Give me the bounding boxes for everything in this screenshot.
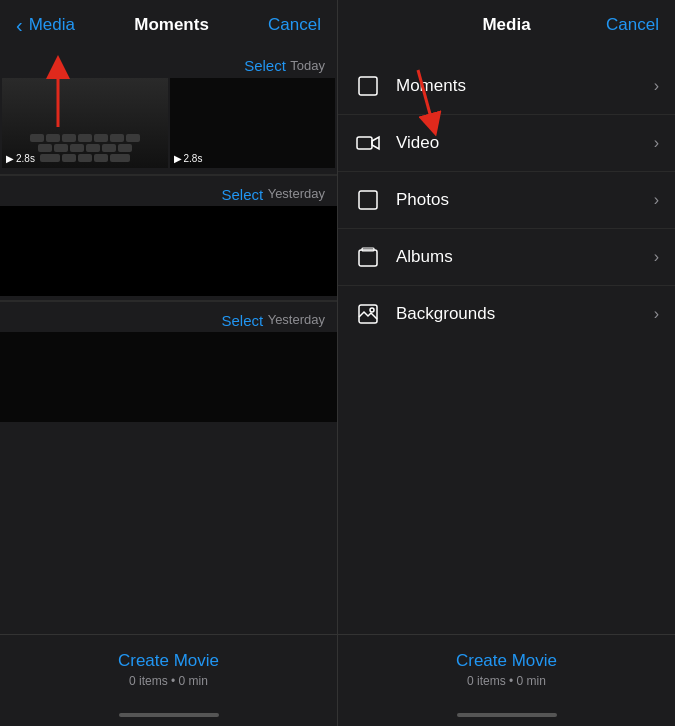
photos-icon [354, 186, 382, 214]
kb-key [78, 134, 92, 142]
backgrounds-icon [354, 300, 382, 328]
video-menu-icon [354, 129, 382, 157]
photos-chevron-icon: › [654, 191, 659, 209]
back-button[interactable]: ‹ Media [16, 15, 75, 35]
video-duration-2: ▶ 2.8s [174, 153, 203, 164]
svg-rect-8 [359, 250, 377, 266]
right-home-indicator [338, 704, 675, 726]
right-menu-list: Moments › Video › [338, 50, 675, 634]
right-home-bar [457, 713, 557, 717]
moment-today-date: Today [290, 58, 325, 73]
albums-icon [354, 243, 382, 271]
moment-yesterday-1: Select Yesterday [0, 180, 337, 296]
kb-key [110, 134, 124, 142]
svg-rect-7 [359, 191, 377, 209]
kb-key [40, 154, 60, 162]
menu-item-moments-label: Moments [396, 76, 654, 96]
back-chevron-icon: ‹ [16, 15, 23, 35]
right-create-movie-button[interactable]: Create Movie [456, 651, 557, 671]
kb-key [126, 134, 140, 142]
moment-yesterday2-header: Select Yesterday [0, 306, 337, 332]
menu-item-backgrounds[interactable]: Backgrounds › [338, 286, 675, 342]
left-panel: ‹ Media Moments Cancel Select Today [0, 0, 338, 726]
menu-item-video[interactable]: Video › [338, 115, 675, 172]
kb-key [86, 144, 100, 152]
video-icon-2: ▶ [174, 153, 182, 164]
menu-item-photos-label: Photos [396, 190, 654, 210]
moments-chevron-icon: › [654, 77, 659, 95]
kb-key [38, 144, 52, 152]
menu-item-albums[interactable]: Albums › [338, 229, 675, 286]
left-nav-title: Moments [134, 15, 209, 35]
video-duration-1: ▶ 2.8s [6, 153, 35, 164]
kb-key [102, 144, 116, 152]
moments-icon [354, 72, 382, 100]
left-home-indicator [0, 704, 337, 726]
video-thumb-2[interactable]: ▶ 2.8s [170, 78, 336, 168]
kb-key [62, 154, 76, 162]
moment-today-header: Select Today [0, 50, 337, 76]
moment-yesterday2-date: Yesterday [268, 312, 325, 330]
menu-item-video-label: Video [396, 133, 654, 153]
right-cancel-button[interactable]: Cancel [599, 15, 659, 35]
kb-key [94, 134, 108, 142]
menu-item-photos[interactable]: Photos › [338, 172, 675, 229]
menu-item-backgrounds-label: Backgrounds [396, 304, 654, 324]
right-nav-title: Media [414, 15, 599, 35]
moment-yesterday1-content [0, 206, 337, 296]
right-create-bar: Create Movie 0 items • 0 min [338, 634, 675, 704]
moment-yesterday2-content [0, 332, 337, 422]
menu-item-moments[interactable]: Moments › [338, 58, 675, 115]
video-thumb-1[interactable]: ▶ 2.8s [2, 78, 168, 168]
svg-point-11 [370, 308, 374, 312]
separator-1 [0, 174, 337, 176]
right-nav-bar: Media Cancel [338, 0, 675, 50]
backgrounds-chevron-icon: › [654, 305, 659, 323]
moment-yesterday-2: Select Yesterday [0, 306, 337, 422]
moment-yesterday1-date: Yesterday [268, 186, 325, 204]
kb-key [62, 134, 76, 142]
right-create-info: 0 items • 0 min [467, 674, 546, 688]
right-panel: Media Cancel Moments › Video › [338, 0, 675, 726]
left-cancel-button[interactable]: Cancel [268, 15, 321, 35]
kb-key [70, 144, 84, 152]
moment-today-select[interactable]: Select [244, 57, 286, 74]
svg-marker-4 [372, 137, 379, 149]
left-content: Select Today [0, 50, 337, 634]
video-chevron-icon: › [654, 134, 659, 152]
moment-yesterday1-header: Select Yesterday [0, 180, 337, 206]
svg-rect-3 [357, 137, 372, 149]
left-home-bar [119, 713, 219, 717]
menu-item-albums-label: Albums [396, 247, 654, 267]
left-nav-bar: ‹ Media Moments Cancel [0, 0, 337, 50]
video-icon-1: ▶ [6, 153, 14, 164]
kb-key [54, 144, 68, 152]
moment-yesterday1-select[interactable]: Select [222, 186, 264, 204]
kb-key [94, 154, 108, 162]
left-create-movie-button[interactable]: Create Movie [118, 651, 219, 671]
kb-key [30, 134, 44, 142]
svg-rect-2 [359, 77, 377, 95]
kb-key [78, 154, 92, 162]
video-grid-today: ▶ 2.8s ▶ 2.8s [0, 76, 337, 170]
moment-yesterday2-select[interactable]: Select [222, 312, 264, 330]
separator-2 [0, 300, 337, 302]
moment-today: Select Today [0, 50, 337, 170]
kb-key [46, 134, 60, 142]
left-create-bar: Create Movie 0 items • 0 min [0, 634, 337, 704]
left-create-info: 0 items • 0 min [129, 674, 208, 688]
back-label: Media [29, 15, 75, 35]
albums-chevron-icon: › [654, 248, 659, 266]
kb-key [118, 144, 132, 152]
kb-key [110, 154, 130, 162]
